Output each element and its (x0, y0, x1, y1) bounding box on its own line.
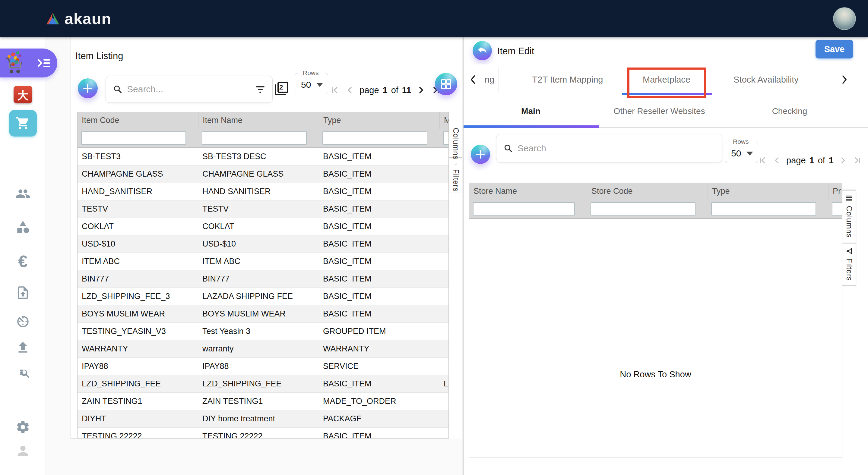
sidebar-item-publish[interactable] (0, 340, 46, 355)
item-name-filter-input[interactable] (202, 131, 307, 145)
next-page-button[interactable] (840, 156, 847, 165)
clipped-filter-input[interactable] (832, 202, 842, 215)
sidebar-item-file-upload[interactable] (0, 285, 46, 300)
subtab-checking[interactable]: Checking (753, 95, 826, 127)
column-header-clipped[interactable]: M (439, 112, 448, 129)
columns-side-tab[interactable]: Columns (842, 191, 856, 243)
add-item-button[interactable] (78, 78, 98, 98)
table-row[interactable]: WARRANTY warranty WARRANTY (78, 340, 448, 358)
table-row[interactable]: TESTING_YEASIN_V3 Test Yeasin 3 GROUPED … (78, 323, 448, 340)
first-page-button[interactable] (758, 156, 767, 165)
tabs-scroll-right-icon[interactable] (841, 74, 848, 85)
tab-t2t-item-mapping[interactable]: T2T Item Mapping (522, 65, 613, 95)
column-header-clipped[interactable]: Pr (828, 183, 842, 200)
filters-tab-label: Filters (845, 258, 854, 281)
cell-clipped: LA (439, 379, 448, 388)
column-header-store-code[interactable]: Store Code (587, 183, 708, 200)
tab-stock-availability[interactable]: Stock Availability (721, 65, 811, 95)
prev-page-button[interactable] (346, 86, 353, 95)
store-code-filter-input[interactable] (591, 202, 695, 215)
search-input[interactable] (518, 143, 715, 154)
app-tile-icon[interactable]: 大 (13, 86, 32, 103)
active-subtab-underline (464, 125, 599, 128)
rows-per-page-select[interactable]: 50 (299, 78, 323, 93)
table-row[interactable]: LZD_SHIPPING_FEE_3 LAZADA SHIPPING FEE B… (78, 288, 448, 305)
sidebar-item-settings[interactable] (0, 419, 46, 435)
svg-text:2: 2 (279, 83, 283, 91)
table-row[interactable]: IPAY88 IPAY88 SERVICE (78, 358, 448, 375)
chevron-down-icon (746, 151, 753, 156)
filters-side-tab[interactable]: Filters (842, 243, 856, 286)
table-row[interactable]: BOYS MUSLIM WEAR BOYS MUSLIM WEAR BASIC_… (78, 305, 448, 323)
item-search-box (105, 76, 273, 103)
tab-marketplace[interactable]: Marketplace (630, 65, 703, 95)
table-row[interactable]: USD-$10 USD-$10 BASIC_ITEM (78, 235, 448, 253)
column-header-item-code[interactable]: Item Code (78, 112, 198, 129)
first-page-button[interactable] (331, 86, 340, 95)
item-code-filter-input[interactable] (81, 131, 186, 145)
columns-side-tab[interactable]: Columns (449, 119, 463, 158)
rows-per-page-select[interactable]: 50 (729, 146, 754, 162)
sidebar-item-audit-search[interactable] (0, 366, 46, 381)
sidebar-item-products[interactable] (0, 219, 46, 235)
grid-view-button[interactable] (435, 73, 457, 95)
duplicate-pages-icon[interactable]: 2 (275, 81, 289, 96)
cell-item-code: BOYS MUSLIM WEAR (78, 309, 198, 318)
column-header-item-name[interactable]: Item Name (198, 112, 319, 129)
subtab-other-reseller-websites[interactable]: Other Reseller Websites (599, 95, 720, 127)
cell-type: BASIC_ITEM (319, 274, 439, 283)
sidebar-item-account[interactable] (0, 443, 46, 459)
table-row[interactable]: ITEM ABC ITEM ABC BASIC_ITEM (78, 253, 448, 270)
next-page-button[interactable] (417, 86, 425, 95)
cell-item-code: WARRANTY (78, 344, 198, 353)
table-row[interactable]: HAND_SANITISER HAND SANITISER BASIC_ITEM (78, 183, 448, 200)
cell-type: BASIC_ITEM (319, 187, 439, 196)
filter-lines-icon[interactable] (255, 85, 265, 94)
table-row[interactable]: ZAIN TESTING1 ZAIN TESTING1 MADE_TO_ORDE… (78, 393, 448, 410)
table-row[interactable]: SB-TEST3 SB-TEST3 DESC BASIC_ITEM (78, 148, 448, 166)
prev-page-button[interactable] (773, 156, 780, 165)
clipped-filter-input[interactable] (443, 131, 448, 145)
sidebar-item-pos-cart[interactable] (9, 110, 37, 137)
filters-side-tab[interactable]: Filters (449, 159, 463, 192)
marketplace-cart-illustration-icon (2, 50, 28, 76)
save-button[interactable]: Save (815, 40, 853, 59)
table-body: SB-TEST3 SB-TEST3 DESC BASIC_ITEM CHAMPA… (78, 148, 448, 439)
column-header-type[interactable]: Type (319, 112, 439, 129)
page-indicator: page 1 of 11 (360, 85, 411, 95)
add-store-button[interactable] (471, 145, 490, 164)
back-button[interactable] (473, 41, 492, 60)
table-row[interactable]: LZD_SHIPPING_FEE LZD_SHIPPING_FEE BASIC_… (78, 375, 448, 393)
last-page-button[interactable] (853, 156, 861, 165)
table-row[interactable]: TESTV TESTV BASIC_ITEM (78, 200, 448, 218)
people-icon (16, 186, 30, 201)
table-row[interactable]: DIYHT DIY home treatment PACKAGE (78, 410, 448, 428)
type-filter-input[interactable] (711, 202, 816, 215)
table-row[interactable]: CHAMPAGNE GLASS CHAMPAGNE GLASS BASIC_IT… (78, 166, 448, 183)
tab-clipped-left[interactable]: ng (481, 65, 498, 95)
search-input[interactable] (127, 84, 251, 94)
sidebar-item-timer[interactable] (0, 314, 46, 329)
grid-icon (440, 78, 452, 90)
sidebar-item-contacts[interactable] (0, 186, 46, 201)
marketplace-subtabbar: Main Other Reseller Websites Checking (464, 95, 868, 128)
rows-value: 50 (731, 148, 741, 159)
user-avatar[interactable] (833, 7, 856, 30)
store-name-filter-input[interactable] (473, 202, 575, 215)
column-header-store-name[interactable]: Store Name (469, 183, 587, 200)
sidebar-expand-icon[interactable] (37, 56, 51, 70)
sidebar-item-finance[interactable]: € (0, 251, 46, 271)
subtab-main[interactable]: Main (501, 95, 561, 127)
cell-item-code: TESTV (78, 204, 198, 214)
cell-type: BASIC_ITEM (319, 257, 439, 266)
column-header-type[interactable]: Type (708, 183, 828, 200)
table-row[interactable]: TESTING 22222 TESTING 22222 BASIC_ITEM (78, 428, 448, 439)
active-module-pill[interactable] (0, 48, 57, 77)
table-row[interactable]: BIN777 BIN777 BASIC_ITEM (78, 270, 448, 288)
euro-icon: € (18, 251, 27, 271)
page-title: Item Listing (75, 50, 123, 62)
type-filter-input[interactable] (322, 131, 427, 145)
table-row[interactable]: COKLAT COKLAT BASIC_ITEM (78, 218, 448, 235)
store-pagination: page 1 of 1 (758, 150, 861, 170)
tabs-scroll-left-icon[interactable] (469, 74, 477, 85)
